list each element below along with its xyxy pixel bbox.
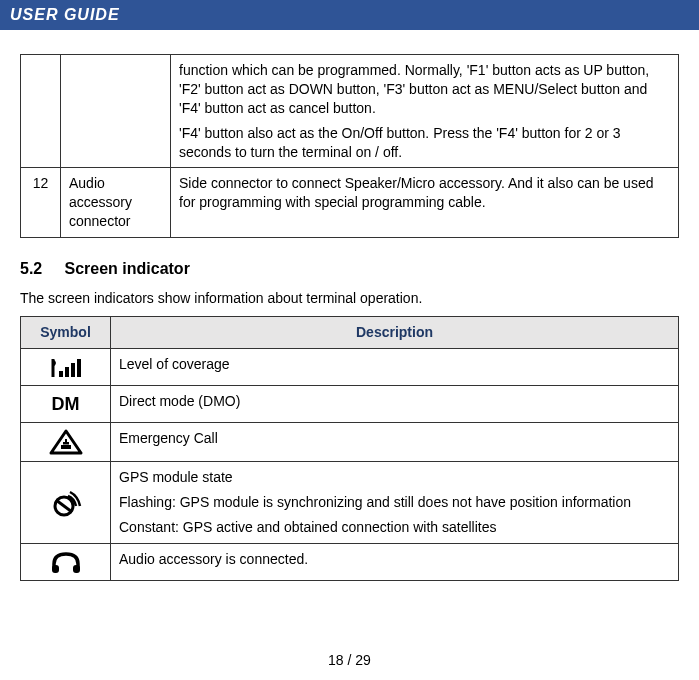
desc-cell: Audio accessory is connected. — [111, 543, 679, 580]
table-row: GPS module state Flashing: GPS module is… — [21, 462, 679, 544]
table-row: Emergency Call — [21, 423, 679, 462]
symbol-cell — [21, 543, 111, 580]
svg-rect-9 — [73, 565, 80, 573]
page-content: function which can be programmed. Normal… — [0, 30, 699, 581]
table-header-row: Symbol Description — [21, 317, 679, 349]
desc-para1: GPS module state — [119, 468, 670, 487]
signal-icon — [49, 355, 83, 379]
features-table: function which can be programmed. Normal… — [20, 54, 679, 238]
desc-para2: Flashing: GPS module is synchronizing an… — [119, 493, 670, 512]
row-number — [21, 55, 61, 168]
indicators-table: Symbol Description Level of coverage — [20, 316, 679, 581]
desc-cell: Level of coverage — [111, 349, 679, 386]
svg-rect-6 — [65, 439, 67, 442]
dm-icon: DM — [52, 394, 80, 414]
section-number: 5.2 — [20, 260, 42, 277]
desc-para2: 'F4' button also act as the On/Off butto… — [179, 124, 670, 162]
desc-para1: Level of coverage — [119, 355, 670, 374]
svg-rect-0 — [59, 371, 63, 377]
page-sep: / — [344, 652, 356, 668]
page-current: 18 — [328, 652, 344, 668]
table-row: 12 Audio accessory connector Side connec… — [21, 168, 679, 238]
table-row: Level of coverage — [21, 349, 679, 386]
desc-cell: Emergency Call — [111, 423, 679, 462]
headphone-icon — [50, 550, 82, 574]
section-intro: The screen indicators show information a… — [20, 290, 679, 306]
row-name — [61, 55, 171, 168]
symbol-cell — [21, 349, 111, 386]
row-number: 12 — [21, 168, 61, 238]
col-description-header: Description — [111, 317, 679, 349]
section-title: Screen indicator — [64, 260, 189, 277]
table-row: function which can be programmed. Normal… — [21, 55, 679, 168]
svg-rect-3 — [77, 359, 81, 377]
symbol-cell — [21, 462, 111, 544]
row-description: Side connector to connect Speaker/Micro … — [171, 168, 679, 238]
desc-cell: Direct mode (DMO) — [111, 386, 679, 423]
page-number: 18 / 29 — [0, 652, 699, 668]
table-row: DM Direct mode (DMO) — [21, 386, 679, 423]
table-row: Audio accessory is connected. — [21, 543, 679, 580]
symbol-cell: DM — [21, 386, 111, 423]
desc-cell: GPS module state Flashing: GPS module is… — [111, 462, 679, 544]
desc-para1: Audio accessory is connected. — [119, 550, 670, 569]
svg-rect-4 — [63, 442, 69, 445]
desc-para1: Emergency Call — [119, 429, 670, 448]
svg-rect-2 — [71, 363, 75, 377]
page-total: 29 — [355, 652, 371, 668]
desc-para1: function which can be programmed. Normal… — [179, 61, 670, 118]
section-heading: 5.2 Screen indicator — [20, 260, 679, 278]
desc-para3: Constant: GPS active and obtained connec… — [119, 518, 670, 537]
header-title: USER GUIDE — [10, 6, 120, 23]
row-description: function which can be programmed. Normal… — [171, 55, 679, 168]
col-symbol-header: Symbol — [21, 317, 111, 349]
svg-rect-8 — [52, 565, 59, 573]
header-banner: USER GUIDE — [0, 0, 699, 30]
symbol-cell — [21, 423, 111, 462]
emergency-icon — [49, 429, 83, 455]
gps-icon — [48, 486, 84, 520]
desc-para1: Direct mode (DMO) — [119, 392, 670, 411]
row-name: Audio accessory connector — [61, 168, 171, 238]
desc-para1: Side connector to connect Speaker/Micro … — [179, 174, 670, 212]
svg-rect-5 — [61, 445, 71, 449]
svg-rect-1 — [65, 367, 69, 377]
